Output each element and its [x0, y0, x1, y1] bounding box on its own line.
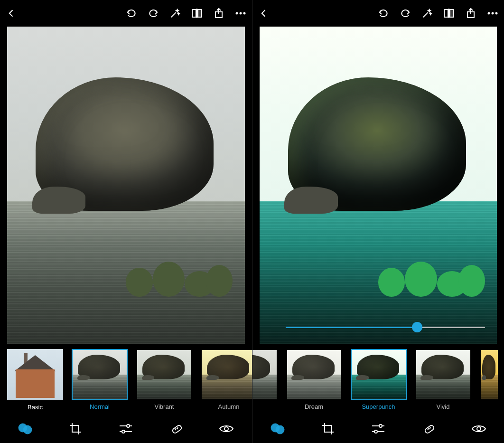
- svg-line-36: [429, 427, 430, 429]
- filter-label: ed: [252, 403, 253, 410]
- filter-thumb: [136, 349, 192, 400]
- compare-icon[interactable]: [190, 7, 204, 20]
- filter-fragment-left[interactable]: ed: [252, 349, 278, 410]
- svg-line-0: [171, 12, 176, 17]
- editor-pane-right: ed Dream Superpunch Vivid: [252, 0, 504, 443]
- svg-point-33: [374, 430, 377, 433]
- tool-crop[interactable]: [318, 419, 337, 438]
- svg-point-14: [122, 430, 125, 433]
- redo-icon[interactable]: [399, 7, 412, 20]
- tool-redeye[interactable]: [469, 419, 488, 438]
- svg-rect-21: [450, 9, 454, 17]
- share-icon[interactable]: [212, 7, 225, 20]
- svg-point-12: [127, 424, 130, 427]
- filter-label: Autumn: [218, 403, 240, 410]
- image-canvas[interactable]: [252, 27, 504, 344]
- svg-point-31: [379, 424, 382, 427]
- svg-point-7: [239, 12, 242, 15]
- filter-fragment-right[interactable]: [480, 349, 499, 410]
- tool-adjust[interactable]: [116, 419, 135, 438]
- filter-strip[interactable]: Basic Normal Vibrant Autumn: [0, 344, 252, 415]
- filter-thumb: [286, 349, 342, 400]
- back-icon[interactable]: [5, 7, 18, 20]
- editor-pane-left: Basic Normal Vibrant Autumn: [0, 0, 252, 443]
- tool-looks[interactable]: [16, 419, 35, 438]
- auto-enhance-icon[interactable]: [420, 7, 434, 20]
- svg-point-27: [495, 12, 498, 15]
- more-icon[interactable]: [486, 7, 499, 20]
- filter-vivid[interactable]: Vivid: [415, 349, 471, 410]
- svg-line-35: [428, 428, 429, 430]
- back-icon[interactable]: [257, 7, 271, 20]
- filter-label: Superpunch: [362, 403, 395, 410]
- filter-label: Vivid: [437, 403, 450, 410]
- svg-line-16: [175, 428, 176, 430]
- intensity-slider[interactable]: [286, 320, 485, 334]
- filter-strip[interactable]: ed Dream Superpunch Vivid: [252, 344, 504, 415]
- filter-thumb: [72, 349, 128, 400]
- tool-heal[interactable]: [167, 419, 186, 438]
- category-thumb: [7, 349, 63, 400]
- filter-normal[interactable]: Normal: [72, 349, 128, 414]
- svg-point-10: [23, 425, 32, 434]
- undo-icon[interactable]: [125, 7, 138, 20]
- svg-line-17: [177, 427, 178, 429]
- filter-label: Vibrant: [155, 403, 174, 410]
- svg-line-19: [423, 12, 428, 17]
- tool-heal[interactable]: [419, 419, 438, 438]
- edited-photo: [260, 27, 497, 344]
- svg-point-29: [276, 425, 284, 434]
- filter-thumb: [201, 349, 252, 400]
- svg-rect-2: [198, 9, 202, 17]
- tool-adjust[interactable]: [369, 419, 388, 438]
- svg-point-8: [243, 12, 245, 15]
- tool-looks[interactable]: [268, 419, 287, 438]
- filter-superpunch[interactable]: Superpunch: [351, 349, 407, 410]
- bottom-toolbar: [0, 415, 252, 443]
- slider-track: [286, 327, 485, 328]
- auto-enhance-icon[interactable]: [168, 7, 182, 20]
- filter-thumb: [351, 349, 407, 400]
- filter-label: Normal: [90, 403, 110, 410]
- svg-rect-1: [192, 9, 196, 17]
- svg-point-26: [492, 12, 494, 15]
- redo-icon[interactable]: [147, 7, 160, 20]
- category-label: Basic: [7, 400, 63, 414]
- bottom-toolbar: [252, 415, 504, 443]
- more-icon[interactable]: [234, 7, 247, 20]
- filter-thumb: [252, 349, 278, 400]
- top-toolbar: [252, 0, 504, 27]
- slider-thumb[interactable]: [412, 322, 422, 332]
- svg-rect-20: [444, 9, 448, 17]
- filter-label: Dream: [305, 403, 323, 410]
- svg-point-18: [224, 427, 228, 431]
- filter-dream[interactable]: Dream: [286, 349, 342, 410]
- tool-crop[interactable]: [66, 419, 85, 438]
- svg-point-25: [488, 12, 490, 15]
- svg-point-6: [235, 12, 238, 15]
- edited-photo: [7, 27, 245, 344]
- tool-redeye[interactable]: [217, 419, 236, 438]
- filter-category-basic[interactable]: Basic: [7, 349, 63, 414]
- share-icon[interactable]: [464, 7, 477, 20]
- compare-icon[interactable]: [442, 7, 456, 20]
- filter-thumb: [415, 349, 471, 400]
- top-toolbar: [0, 0, 252, 27]
- filter-autumn[interactable]: Autumn: [201, 349, 252, 414]
- filter-vibrant[interactable]: Vibrant: [136, 349, 192, 414]
- filter-thumb: [480, 349, 499, 400]
- svg-point-37: [477, 427, 481, 431]
- image-canvas[interactable]: [0, 27, 252, 344]
- undo-icon[interactable]: [377, 7, 390, 20]
